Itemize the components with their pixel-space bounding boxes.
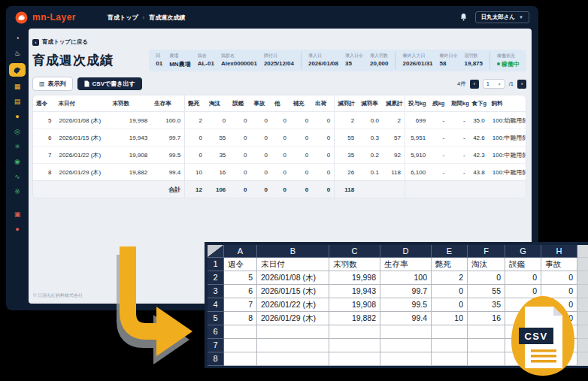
column-header: 補充 xyxy=(290,95,312,112)
sidebar-item-analytics[interactable]: ∿ xyxy=(9,171,26,182)
sidebar-item-search[interactable]: ◎ xyxy=(9,126,26,137)
columns-icon: ▥ xyxy=(39,80,45,87)
table-cell: 19,908 xyxy=(110,147,152,164)
page-select[interactable]: 1 ▼ xyxy=(483,79,505,89)
table-cell: 0 xyxy=(250,112,271,129)
table-cell: 699 xyxy=(405,112,429,129)
csv-egg-badge: CSV xyxy=(502,292,588,381)
canvas: mn-Layer 育成トップ › 育成週次成績 日丸太郎さん ▼ ◔♨▦▤●◎✳… xyxy=(0,0,588,381)
sheet-cell: 99.4 xyxy=(380,312,432,325)
sheet-cell: 淘汰 xyxy=(468,258,505,271)
table-cell: 0 xyxy=(229,164,250,181)
columns-button[interactable]: ▥ 表示列 xyxy=(32,77,73,91)
table-cell: 106 xyxy=(206,181,229,198)
csv-label: CSV xyxy=(524,331,547,342)
back-button[interactable]: ‹ 育成トップに戻る xyxy=(32,38,88,46)
app-logo[interactable]: mn-Layer xyxy=(15,11,76,24)
sidebar-item-feed[interactable]: ◉ xyxy=(9,156,26,167)
info-field-value: Alex0000001 xyxy=(221,60,257,67)
chart-icon: ∿ xyxy=(14,174,20,180)
table-cell: - xyxy=(448,112,469,129)
table-cell: 92 xyxy=(383,147,405,164)
sheet-cell xyxy=(432,352,468,366)
table-cell: 2026/01/29 (木) xyxy=(55,164,109,181)
sidebar-item-records[interactable]: ▤ xyxy=(9,96,26,107)
table-cell: 0 xyxy=(290,181,312,198)
table-cell: 0 xyxy=(271,129,290,147)
table-cell: 0 xyxy=(229,129,250,147)
sidebar-item-environment[interactable]: ♨ xyxy=(9,48,26,59)
sidebar-item-shipping[interactable]: ▣ xyxy=(9,209,26,219)
sidebar-item-sensor[interactable]: ※ xyxy=(9,186,26,197)
table-cell: - xyxy=(429,147,448,164)
table-cell: 7 xyxy=(33,147,55,164)
table-cell: 99.7 xyxy=(151,129,185,147)
prev-page-button[interactable]: ‹ xyxy=(470,80,479,89)
csv-export-button[interactable]: CSVで書き出す xyxy=(77,77,142,90)
column-header: 期間kg xyxy=(448,95,469,112)
sidebar-item-dashboard[interactable]: ◔ xyxy=(9,33,26,44)
total-row: 合計1210600000118 xyxy=(33,181,526,198)
flock-info-panel: 回01農場MN農場鶏舎AL-01鶏群名Alex0000001餌付日2025/12… xyxy=(149,50,526,71)
info-field: 農場MN農場 xyxy=(169,53,190,68)
row-count: 4件 xyxy=(457,80,466,88)
table-cell: 118 xyxy=(383,164,405,181)
info-field-label: 現羽数 xyxy=(465,53,483,59)
copyright-footer: © 日清丸紅飼料株式会社 xyxy=(33,292,83,299)
table-cell: 0 xyxy=(312,112,334,129)
pagination: 4件 ‹ 1 ▼ /1 › xyxy=(457,79,526,89)
table-cell: - xyxy=(429,129,448,147)
back-arrow-icon: ‹ xyxy=(32,39,39,46)
egg-icon: ● xyxy=(15,113,19,120)
sheet-cell xyxy=(468,352,505,366)
status-dot-icon xyxy=(497,62,500,65)
table-cell: 19,882 xyxy=(110,164,152,181)
breadcrumb-current: 育成週次成績 xyxy=(149,14,185,22)
info-field: 最終日令58 xyxy=(440,53,458,68)
info-field-label: 最終入力日 xyxy=(402,53,432,59)
table-header-row: 週令末日付末羽数生存率斃死淘汰誤鑑事故他補充出荷減羽計減羽率減累計投与kg残kg… xyxy=(33,95,526,112)
table-cell: 0 xyxy=(229,147,250,164)
table-cell: 35.0 xyxy=(469,112,489,129)
sheet-cell: 斃死 xyxy=(432,258,468,271)
table-cell xyxy=(383,181,405,198)
sheet-cell: 6 xyxy=(224,285,257,298)
checklist-icon: ▤ xyxy=(14,98,21,105)
info-field: 現羽数19,875 xyxy=(465,53,483,68)
sidebar-item-rearing[interactable] xyxy=(9,63,26,77)
table-cell: - xyxy=(448,164,469,181)
table-cell: 0 xyxy=(271,164,290,181)
sidebar-item-eggs[interactable]: ● xyxy=(9,111,26,122)
sheet-column-header: H xyxy=(541,245,577,258)
sheet-cell xyxy=(468,339,505,352)
sheet-cell: 0 xyxy=(541,271,577,285)
sheet-cell xyxy=(380,339,432,352)
sheet-column-header: F xyxy=(468,245,505,258)
weekly-results-table: 週令末日付末羽数生存率斃死淘汰誤鑑事故他補充出荷減羽計減羽率減累計投与kg残kg… xyxy=(33,95,526,198)
sidebar-item-clover[interactable]: ✳ xyxy=(9,141,26,152)
table-cell: 16 xyxy=(206,164,229,181)
table-cell: 0 xyxy=(185,147,206,164)
breadcrumb-parent[interactable]: 育成トップ xyxy=(108,14,138,22)
next-page-button[interactable]: › xyxy=(517,80,526,89)
table-cell: 99.5 xyxy=(151,147,185,164)
user-menu[interactable]: 日丸太郎さん ▼ xyxy=(475,11,529,23)
sheet-cell: 2026/01/15 (木) xyxy=(257,285,329,298)
info-field-label: 最終日令 xyxy=(440,53,458,59)
table-cell: 0.0 xyxy=(358,112,383,129)
bell-icon[interactable] xyxy=(459,13,468,22)
sheet-cell xyxy=(257,325,329,339)
table-cell: 5,910 xyxy=(405,147,429,164)
sheet-cell: 19,998 xyxy=(329,271,380,285)
table-cell: 42.6 xyxy=(469,129,489,147)
back-label: 育成トップに戻る xyxy=(42,38,88,46)
table-cell: - xyxy=(429,112,448,129)
info-field-value: 01 xyxy=(156,60,162,67)
column-header: 淘汰 xyxy=(206,95,229,112)
sidebar-item-alerts[interactable]: ● xyxy=(9,224,26,234)
info-field: 導入羽数20,000 xyxy=(370,53,388,68)
sheet-filler xyxy=(577,245,588,258)
sidebar-item-calendar[interactable]: ▦ xyxy=(9,81,26,92)
table-cell xyxy=(448,181,469,198)
page-select-value: 1 xyxy=(486,80,489,87)
